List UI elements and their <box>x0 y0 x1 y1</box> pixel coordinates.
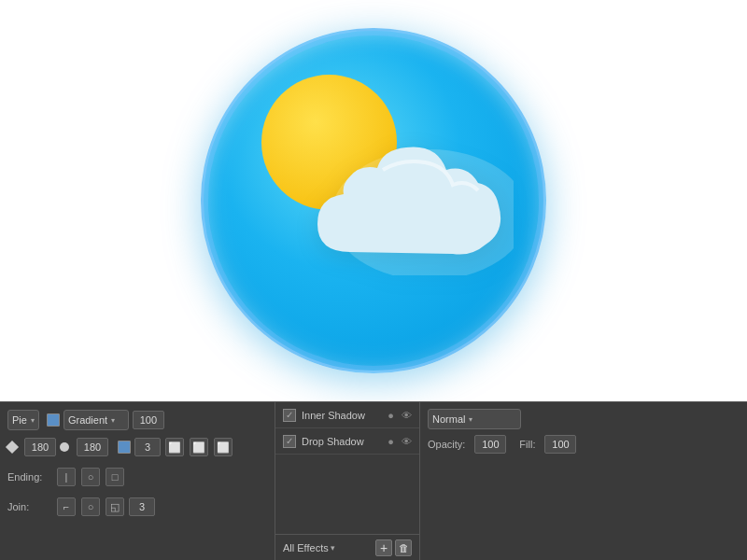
fill-label: Fill: <box>519 439 535 450</box>
add-effect-button[interactable]: + <box>375 539 392 556</box>
inner-shadow-item[interactable]: ✓ Inner Shadow ● 👁 <box>275 402 419 428</box>
blend-opacity-input[interactable] <box>474 435 506 454</box>
drop-shadow-circle-icon[interactable]: ● <box>388 436 394 447</box>
opacity-input[interactable] <box>133 411 164 429</box>
toolbar: Pie ▾ Gradient ▾ ⬜ ⬜ <box>0 401 747 560</box>
join-label: Join: <box>7 501 52 512</box>
all-effects-arrow[interactable]: ▾ <box>331 543 335 553</box>
ending-label: Ending: <box>7 471 52 483</box>
effects-panel: ✓ Inner Shadow ● 👁 ✓ Drop Shadow ● 👁 All… <box>275 402 420 560</box>
ending-round[interactable]: ○ <box>81 468 100 486</box>
stroke-align-outside[interactable]: ⬜ <box>214 438 233 456</box>
stroke-align-inside[interactable]: ⬜ <box>165 438 184 456</box>
all-effects-label[interactable]: All Effects <box>283 542 329 553</box>
color-swatch-gradient[interactable] <box>47 413 60 427</box>
radius-input[interactable] <box>77 438 108 456</box>
blend-mode-arrow: ▾ <box>469 415 472 424</box>
join-limit-input[interactable] <box>129 497 155 516</box>
opacity-label: Opacity: <box>428 439 465 450</box>
drop-shadow-label: Drop Shadow <box>302 436 384 447</box>
shape-dropdown[interactable]: Pie ▾ <box>7 410 39 430</box>
drop-shadow-item[interactable]: ✓ Drop Shadow ● 👁 <box>275 428 419 455</box>
join-miter[interactable]: ⌐ <box>57 497 76 516</box>
canvas-area <box>0 0 747 401</box>
cloud-shape <box>308 131 514 279</box>
drop-shadow-checkbox[interactable]: ✓ <box>283 435 296 448</box>
right-panel: Normal ▾ Opacity: Fill: <box>420 402 747 560</box>
inner-shadow-eye-icon[interactable]: 👁 <box>402 410 412 421</box>
shape-dropdown-arrow: ▾ <box>31 416 35 425</box>
angle-icon <box>6 441 19 454</box>
drop-shadow-eye-icon[interactable]: 👁 <box>402 436 412 447</box>
inner-shadow-circle-icon[interactable]: ● <box>388 410 394 421</box>
stroke-color-swatch[interactable] <box>118 441 131 454</box>
stroke-width-input[interactable] <box>134 438 161 456</box>
stroke-align-center[interactable]: ⬜ <box>190 438 208 456</box>
weather-icon <box>196 23 551 378</box>
gradient-dropdown[interactable]: Gradient ▾ <box>63 410 129 430</box>
fill-input[interactable] <box>544 435 576 454</box>
inner-shadow-checkbox[interactable]: ✓ <box>283 409 296 422</box>
blend-mode-dropdown[interactable]: Normal ▾ <box>428 409 521 429</box>
radius-icon <box>60 442 69 452</box>
join-bevel[interactable]: ◱ <box>106 497 124 516</box>
gradient-dropdown-arrow: ▾ <box>111 416 115 425</box>
ending-butt[interactable]: | <box>57 468 76 486</box>
angle-input[interactable] <box>24 438 56 456</box>
inner-shadow-label: Inner Shadow <box>302 410 384 421</box>
ending-square[interactable]: □ <box>106 468 124 486</box>
left-panel: Pie ▾ Gradient ▾ ⬜ ⬜ <box>0 402 275 560</box>
all-effects-bar: All Effects ▾ + 🗑 <box>275 534 419 560</box>
join-round[interactable]: ○ <box>81 497 100 516</box>
delete-effect-button[interactable]: 🗑 <box>395 539 412 556</box>
